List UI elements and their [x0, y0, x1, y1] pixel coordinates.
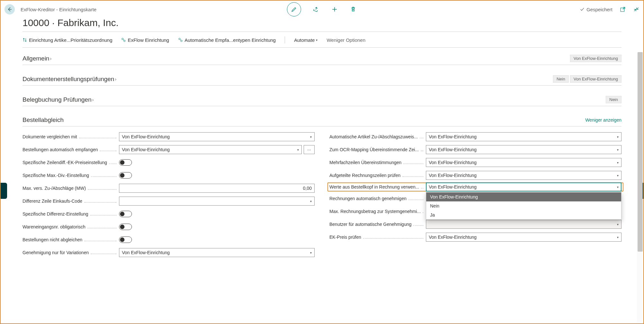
fewer-options[interactable]: Weniger Optionen — [327, 37, 365, 43]
field-label: Genehmigung nur für Variationen — [23, 250, 89, 255]
fasttab-posting-checks-toggle[interactable]: Belegbuchung Prüfungen › — [23, 96, 94, 103]
action-label: Automatische Empfa...entypen Einrichtung — [185, 37, 276, 43]
action-auto-receipt[interactable]: Automatische Empfa...entypen Einrichtung — [178, 37, 276, 43]
svg-line-6 — [123, 40, 124, 41]
select-match-documents[interactable]: Von ExFlow-Einrichtung▾ — [119, 132, 315, 141]
dots — [109, 163, 116, 164]
select-check-split-lines[interactable]: Von ExFlow-Einrichtung▾ — [426, 171, 621, 180]
fasttab-title-text: Belegbuchung Prüfungen — [23, 96, 91, 103]
select-approve-variations[interactable]: Von ExFlow-Einrichtung▾ — [119, 248, 315, 257]
field-multi-line-match: Mehrfachzeilen Übereinstimmungen Von ExF… — [329, 158, 621, 167]
toolbar-divider — [285, 36, 285, 43]
fasttab-posting-checks: Belegbuchung Prüfungen › Nein — [23, 86, 621, 106]
select-value: Von ExFlow-Einrichtung — [429, 235, 617, 240]
automate-menu[interactable]: Automate ▾ — [294, 37, 317, 43]
field-label: Automatische Artikel Zu-/Abschlagszuweis… — [329, 134, 418, 139]
dots — [423, 212, 423, 213]
chevron-down-icon: ▾ — [617, 223, 619, 226]
pencil-icon — [291, 6, 297, 12]
dots — [84, 241, 116, 241]
dots — [84, 202, 116, 203]
back-button[interactable] — [5, 4, 15, 14]
delete-button[interactable] — [349, 5, 357, 13]
toggle-specific-max-div[interactable] — [119, 172, 132, 179]
field-match-documents: Dokumente vergleichen mit Von ExFlow-Ein… — [23, 132, 315, 141]
dropdown-option-from-setup[interactable]: Von ExFlow-Einrichtung — [426, 192, 621, 201]
trash-icon — [350, 6, 356, 12]
dots — [90, 215, 116, 216]
action-exflow-setup[interactable]: ExFlow Einrichtung — [121, 37, 169, 43]
action-label: ExFlow Einrichtung — [128, 37, 169, 43]
chevron-right-icon: › — [115, 77, 116, 82]
svg-line-9 — [180, 40, 181, 41]
share-button[interactable] — [312, 5, 320, 13]
show-less-link[interactable]: Weniger anzeigen — [585, 117, 621, 123]
field-label: Bestellungen nicht abgleichen — [23, 237, 82, 242]
collapse-button[interactable] — [633, 6, 639, 13]
scrollbar-thumb[interactable] — [638, 52, 643, 252]
assist-edit-button[interactable]: ··· — [304, 145, 315, 154]
select-auto-receive[interactable]: Von ExFlow-Einrichtung▾ — [119, 145, 302, 154]
page-title: 10000 · Fabrikam, Inc. — [23, 17, 621, 28]
dots — [91, 176, 116, 177]
dropdown-option-yes[interactable]: Ja — [426, 210, 621, 219]
select-value: Von ExFlow-Einrichtung — [429, 147, 617, 152]
form-left-column: Dokumente vergleichen mit Von ExFlow-Ein… — [23, 132, 315, 257]
dropdown-option-no[interactable]: Nein — [426, 201, 621, 210]
popout-button[interactable] — [620, 6, 626, 13]
chevron-down-icon: ▾ — [617, 135, 619, 139]
select-auto-item-charge[interactable]: Von ExFlow-Einrichtung▾ — [426, 132, 621, 141]
field-label: Wareneingangsnr. obligatorisch — [23, 224, 86, 229]
chevron-down-icon: ▾ — [297, 148, 299, 152]
dots — [420, 138, 423, 138]
select-ocr-mapping[interactable]: Von ExFlow-Einrichtung▾ — [426, 145, 621, 154]
save-status-text: Gespeichert — [586, 7, 612, 12]
select-auto-approve-user[interactable]: ▾ — [426, 220, 621, 229]
edit-button[interactable] — [287, 2, 301, 16]
field-label: Differenz Zeile Einkaufs-Code — [23, 199, 82, 204]
field-label: Dokumente vergleichen mit — [23, 134, 77, 139]
field-specific-diff-setting: Spezifische Differenz-Einstellung — [23, 209, 315, 218]
dots — [403, 163, 423, 164]
select-multi-line[interactable]: Von ExFlow-Einrichtung▾ — [426, 158, 621, 167]
toggle-receiptno-mandatory[interactable] — [119, 224, 132, 230]
share-icon — [313, 6, 319, 12]
new-button[interactable] — [331, 5, 338, 13]
field-auto-item-charge: Automatische Artikel Zu-/Abschlagszuweis… — [329, 132, 621, 141]
select-diff-line-purchcode[interactable]: ▾ — [119, 197, 315, 206]
field-specific-line-diff: Spezifische Zeilendiff.-EK-Preiseinstell… — [23, 158, 315, 167]
field-specific-max-div: Spezifische Max.-Div.-Einstellung — [23, 171, 315, 180]
action-item-priority[interactable]: Einrichtung Artike...Prioritätszuordnung — [23, 37, 112, 43]
select-check-purchase-price[interactable]: Von ExFlow-Einrichtung▾ — [426, 233, 621, 242]
summary-badge: Von ExFlow-Einrichtung — [570, 55, 621, 62]
field-label: Spezifische Max.-Div.-Einstellung — [23, 173, 89, 178]
fasttab-doc-checks-toggle[interactable]: Dokumentenerstellungsprüfungen › — [23, 76, 116, 83]
field-check-split-lines: Aufgeteilte Rechnungszeilen prüfen Von E… — [329, 171, 621, 180]
page-header: ExFlow-Kreditor - Einrichtungskarte Gesp… — [1, 1, 643, 15]
chevron-down-icon: ▾ — [310, 199, 312, 203]
toggle-specific-line-diff[interactable] — [119, 159, 132, 166]
arrows-vertical-icon — [23, 38, 27, 42]
input-max-misc-charge[interactable]: 0,00 — [119, 184, 315, 193]
toggle-dont-match[interactable] — [119, 236, 132, 243]
select-use-order-header-values[interactable]: Von ExFlow-Einrichtung▾ — [426, 182, 621, 191]
field-label: EK-Preis prüfen — [329, 235, 361, 240]
chevron-down-icon: ▾ — [316, 38, 317, 42]
popout-icon — [620, 6, 626, 12]
save-status: Gespeichert — [580, 7, 612, 12]
collapse-icon — [633, 6, 639, 12]
fasttab-title-text: Dokumentenerstellungsprüfungen — [23, 76, 114, 83]
left-side-tab[interactable] — [1, 183, 7, 199]
field-label: Aufgeteilte Rechnungszeilen prüfen — [329, 173, 400, 178]
dots — [87, 228, 116, 228]
dots — [100, 151, 116, 151]
fasttab-general-toggle[interactable]: Allgemein › — [23, 55, 51, 62]
field-label: Rechnungen automatisch genehmigen — [329, 196, 407, 201]
field-diff-line-purchcode: Differenz Zeile Einkaufs-Code ▾ — [23, 197, 315, 206]
fasttab-order-match-toggle[interactable]: Bestellabgleich — [23, 116, 64, 124]
chevron-down-icon: ▾ — [310, 251, 312, 255]
select-value: Von ExFlow-Einrichtung — [122, 147, 297, 152]
toggle-specific-diff[interactable] — [119, 211, 132, 217]
summary-badge: Nein — [553, 75, 569, 83]
gear-link-icon — [178, 38, 183, 42]
